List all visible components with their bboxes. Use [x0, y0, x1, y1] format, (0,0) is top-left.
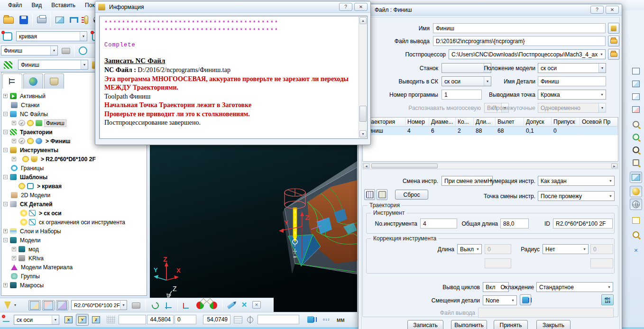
select-box-button[interactable]	[630, 215, 642, 226]
close-button[interactable]: ✕	[354, 3, 368, 11]
tree-item-cs-axes[interactable]: > ск оси	[1, 209, 147, 218]
toolpath-edit-button-2[interactable]	[42, 300, 55, 311]
print-button[interactable]	[35, 13, 48, 27]
close-button[interactable]: ✕	[606, 6, 619, 14]
radius-correction-num[interactable]: 0	[590, 244, 613, 254]
info-scrollbar[interactable]: ▲ ▼	[359, 17, 367, 138]
open-file-button[interactable]	[2, 13, 15, 27]
solid-button[interactable]	[53, 13, 66, 27]
rotate-axis-button[interactable]	[149, 300, 161, 311]
col-tolerance[interactable]: Допуск	[524, 118, 552, 127]
halves-button-2[interactable]	[207, 300, 220, 311]
collapse-icon[interactable]: −	[3, 202, 8, 206]
curve-select-dropdown[interactable]: кривая ▾	[16, 31, 87, 41]
length-correction-num-2[interactable]	[485, 258, 511, 268]
collapse-icon[interactable]: −	[3, 148, 8, 152]
close-toolbar-button[interactable]: ✕	[252, 301, 261, 309]
tool-axis-button[interactable]	[81, 13, 92, 27]
table-row[interactable]: Финиш 4 6 2 88 68 0,1 0	[363, 127, 618, 135]
cs-select-dropdown[interactable]: ск оси ▾	[14, 315, 59, 325]
tree-item-cs-limit[interactable]: ск ограничения оси инструмента	[1, 218, 147, 227]
grid-search-button-2[interactable]	[377, 189, 387, 200]
radius-correction-dropdown[interactable]: Нет ▾	[543, 244, 589, 254]
stack-disabled-button[interactable]	[130, 301, 142, 310]
scroll-right-arrow[interactable]: ►	[611, 164, 617, 168]
tool-numbering-dropdown[interactable]: Как задан ▾	[538, 176, 615, 186]
write-button[interactable]: Записать	[407, 320, 443, 329]
nc-file-dialog-titlebar[interactable]: Файл : Финиш ? ✕	[359, 4, 622, 16]
abc123-button[interactable]: abc 123	[601, 294, 614, 305]
lamp-icon[interactable]	[27, 138, 34, 144]
col-axial[interactable]: Осевой Пр	[580, 118, 618, 127]
layers-disabled-button[interactable]	[60, 46, 72, 56]
active-tool-dropdown[interactable]: R2.0*60*D6*100 2F ▾	[71, 300, 127, 310]
shading-sphere-button[interactable]	[630, 186, 642, 197]
wireframe-view-button[interactable]	[630, 65, 642, 77]
expander-icon[interactable]: +	[12, 157, 16, 161]
part-name-input[interactable]: Финиш	[538, 76, 606, 86]
tool-button[interactable]	[2, 300, 13, 311]
lamp-icon[interactable]	[18, 183, 25, 189]
operation-dropdown[interactable]: Финиш ▾	[1, 46, 58, 55]
toolpath-type-button[interactable]	[2, 60, 14, 70]
grid-search-button-1[interactable]	[364, 189, 375, 200]
tree-item-macros[interactable]: + Макросы	[1, 281, 147, 290]
collapse-icon[interactable]: −	[3, 175, 8, 179]
col-overhang[interactable]: Вылет	[496, 118, 524, 127]
zoom-previous-button[interactable]	[630, 119, 642, 130]
marker-button[interactable]	[225, 300, 237, 311]
tree-item-material-models[interactable]: Модели Материала	[1, 263, 147, 272]
open-box-view-button[interactable]	[630, 172, 642, 183]
save-button[interactable]	[17, 13, 30, 27]
expander-icon[interactable]: +	[3, 94, 8, 98]
tree-item-tool-r2[interactable]: + > R2.0*60*D6*100 2F	[1, 155, 147, 164]
close-panel-button[interactable]: ✕	[630, 245, 642, 256]
reset-button[interactable]: Сброс	[395, 190, 428, 200]
expander-icon[interactable]: +	[12, 256, 16, 260]
lamp-icon[interactable]	[22, 156, 29, 162]
menu-insert[interactable]: Вставить	[47, 1, 80, 9]
tree-item-models[interactable]: − Модели	[1, 236, 147, 245]
col-stock[interactable]: Припуск	[552, 118, 580, 127]
col-diameter[interactable]: Диаме...	[429, 118, 456, 127]
snap-target-button[interactable]	[245, 315, 255, 324]
tab-globe[interactable]	[23, 73, 43, 89]
output-browse-button[interactable]	[608, 36, 619, 46]
toolpath-edit-button-1[interactable]	[28, 300, 41, 311]
close-dialog-button[interactable]: Закрыть	[536, 320, 570, 329]
scrollbar-thumb[interactable]	[359, 106, 367, 122]
offsets-tool-button[interactable]	[520, 294, 531, 305]
length-correction-dropdown[interactable]: Выкл ▾	[457, 244, 482, 254]
expander-icon[interactable]: +	[12, 139, 16, 143]
globe-wireframe-button[interactable]	[630, 199, 642, 210]
collapse-icon[interactable]: −	[3, 112, 8, 116]
axis-view-button[interactable]	[630, 104, 642, 115]
chevron-down-icon[interactable]: ▾	[14, 303, 16, 307]
expander-icon[interactable]: +	[12, 121, 16, 125]
tree-item-part-cs[interactable]: − СК Деталей	[1, 200, 147, 209]
tree-item-groups[interactable]: Группы	[1, 272, 147, 281]
coord-z-field[interactable]: 54,0749	[203, 315, 230, 324]
part-offsets-dropdown[interactable]: None ▾	[483, 295, 517, 305]
tab-structure[interactable]	[2, 73, 22, 89]
expander-icon[interactable]: +	[3, 283, 8, 287]
edit-cs-button[interactable]	[163, 300, 175, 311]
cs-paper-button[interactable]	[180, 300, 193, 311]
tree-item-kriva[interactable]: + KRiva	[1, 254, 147, 263]
postprocessor-dropdown[interactable]: C:\Users\CNC\Downloads\Постпроцессоры\Ma…	[449, 49, 606, 59]
col-number[interactable]: Номер	[405, 118, 429, 127]
accept-button[interactable]: Принять	[494, 320, 528, 329]
tree-item-layers[interactable]: + Слои и Наборы	[1, 227, 147, 236]
tool-id-input[interactable]: R2.0*60*D6*100 2F	[553, 219, 613, 228]
profile-button[interactable]	[67, 13, 81, 27]
postprocessor-browse-button[interactable]	[608, 49, 619, 60]
aux-field-2[interactable]	[258, 315, 299, 324]
model-position-dropdown[interactable]: ск оси ▾	[538, 63, 606, 73]
name-input[interactable]: Финиш	[433, 23, 606, 33]
tree-item-tools[interactable]: − Инструменты	[1, 146, 147, 155]
zoom-all-button[interactable]	[630, 144, 642, 155]
cooling-dropdown[interactable]: Стандартное ▾	[536, 282, 613, 292]
menu-view[interactable]: Вид	[28, 1, 46, 9]
y-plane-button[interactable]: Y	[76, 314, 89, 326]
hidden-line-view-button[interactable]	[630, 91, 642, 102]
